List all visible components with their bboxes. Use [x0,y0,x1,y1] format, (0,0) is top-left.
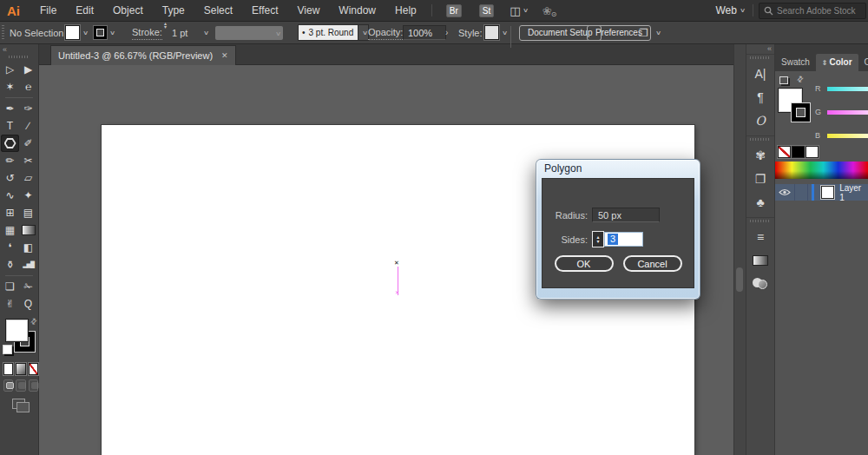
artboards-panel-icon[interactable]: ❐ [746,167,774,190]
tab-color-g[interactable]: Color G [858,54,868,71]
none-mode-button[interactable] [29,363,38,375]
white-swatch[interactable] [806,146,819,158]
menu-file[interactable]: File [30,4,66,16]
type-tool[interactable]: T [1,117,19,135]
radius-field[interactable]: 50 px [592,208,660,222]
bridge-button[interactable]: Br [446,4,462,17]
fill-color-swatch[interactable] [65,25,80,40]
paintbrush-tool[interactable]: ✐ [19,135,37,152]
menu-edit[interactable]: Edit [66,4,103,16]
pencil-tool[interactable]: ✏ [1,152,19,169]
lasso-tool[interactable]: ℮ [19,78,37,96]
polygon-tool[interactable] [1,135,19,152]
stroke-swatch[interactable] [792,103,810,122]
slice-tool[interactable]: ✁ [19,278,37,295]
expand-panels-icon[interactable]: « [746,43,774,54]
stepper-down-icon[interactable]: ▾ [164,25,167,29]
curvature-tool[interactable]: ✑ [19,100,37,117]
eyedropper-tool[interactable]: ❛ [1,239,19,256]
scissors-tool[interactable]: ✂ [19,152,37,169]
g-channel-slider[interactable] [827,110,868,115]
selection-tool[interactable]: ▷ [1,61,19,78]
free-transform-tool[interactable]: ✦ [19,187,37,204]
chevron-down-icon[interactable]: ∨ [655,22,661,43]
rotate-tool[interactable]: ↺ [1,169,19,187]
width-tool[interactable]: ∿ [1,187,19,204]
chevron-down-icon[interactable]: ∨ [523,7,529,14]
hand-tool[interactable]: ✌ [1,295,19,313]
b-channel-slider[interactable] [827,134,868,138]
vertical-scrollbar[interactable] [733,43,746,455]
perspective-grid-tool[interactable]: ▤ [19,204,37,221]
chevron-down-icon[interactable]: ∨ [203,22,209,43]
r-channel-slider[interactable] [827,87,868,91]
transform-panel-icon[interactable]: ❐ [639,22,648,43]
workspace-switcher[interactable]: Web ∨ [715,0,745,21]
draw-behind-button[interactable] [16,379,25,392]
shape-builder-tool[interactable]: ⊞ [1,204,19,221]
pen-tool[interactable]: ✒ [1,100,19,117]
layer-row[interactable]: Layer 1 [775,184,868,201]
close-tab-icon[interactable]: ✕ [221,51,228,60]
stroke-color-swatch[interactable] [94,26,107,39]
style-swatch[interactable] [484,25,499,40]
stroke-panel-link[interactable]: Stroke: [132,26,162,40]
menu-effect[interactable]: Effect [242,4,287,16]
character-panel-icon[interactable]: A| [746,62,774,85]
draw-inside-button[interactable] [29,379,38,392]
dialog-title[interactable]: Polygon [536,160,700,178]
chevron-down-icon[interactable]: ∨ [109,30,115,36]
transparency-panel-icon[interactable] [746,272,774,295]
arrange-documents-icon[interactable]: ◫ [510,4,520,17]
none-swatch[interactable] [778,146,791,158]
lock-cell[interactable] [795,184,809,201]
cancel-button[interactable]: Cancel [623,255,682,272]
gradient-mode-button[interactable] [16,363,25,375]
stock-button[interactable]: St [479,4,494,17]
direct-selection-tool[interactable]: ▶ [19,61,37,78]
tab-color[interactable]: ⇕Color [816,54,858,71]
panel-drag-handle[interactable] [9,56,30,58]
paragraph-panel-icon[interactable]: ¶ [746,85,774,109]
panel-drag-handle[interactable] [750,56,771,59]
stroke-panel-icon[interactable]: ≡ [746,225,774,248]
default-fill-stroke-icon[interactable] [3,345,12,354]
opacity-expand-icon[interactable]: › [445,22,448,43]
menu-window[interactable]: Window [329,4,385,16]
brushes-panel-icon[interactable]: ✾ [746,143,774,167]
drag-grip[interactable] [2,25,4,40]
chevron-down-icon[interactable]: ∨ [502,30,508,36]
fill-swatch[interactable] [6,320,28,341]
magic-wand-tool[interactable]: ✶ [1,78,19,96]
opacity-panel-link[interactable]: Opacity: [368,26,403,40]
sides-stepper[interactable]: ▴▾ [592,231,604,247]
sides-field[interactable]: 3 [604,232,643,247]
chevron-down-icon[interactable]: ∨ [82,30,89,36]
default-colors-icon[interactable] [779,76,788,84]
black-swatch[interactable] [792,146,805,158]
brush-definition-dropdown[interactable]: •3 pt. Round [298,24,358,41]
panel-drag-handle[interactable] [750,220,771,222]
panel-drag-handle[interactable] [750,138,771,141]
symbols-panel-icon[interactable]: ♣ [746,190,774,214]
menu-type[interactable]: Type [153,4,194,16]
scale-tool[interactable]: ▱ [19,169,37,187]
tab-swatch[interactable]: Swatch [775,54,816,71]
menu-object[interactable]: Object [103,4,153,16]
menu-help[interactable]: Help [385,4,426,16]
scrollbar-thumb[interactable] [736,267,743,292]
gpu-performance-icon[interactable]: ❀⊙ [542,4,552,17]
ok-button[interactable]: OK [555,255,614,272]
draw-normal-button[interactable] [3,379,13,392]
gradient-tool[interactable] [19,221,37,239]
swap-fill-stroke-icon[interactable]: ⇄ [29,316,39,326]
artboard-tool[interactable]: ❏ [1,278,19,295]
document-tab[interactable]: Untitled-3 @ 66.67% (RGB/Preview) ✕ [50,45,236,65]
stroke-weight-value[interactable]: 1 pt [172,22,187,43]
layer-thumbnail[interactable] [821,186,834,199]
line-segment-tool[interactable]: ∕ [19,117,37,135]
opentype-panel-icon[interactable]: O [746,109,774,132]
gradient-panel-icon[interactable] [746,248,774,272]
layer-name[interactable]: Layer 1 [839,183,868,202]
graph-tool[interactable]: ▂▅█ [19,256,37,274]
